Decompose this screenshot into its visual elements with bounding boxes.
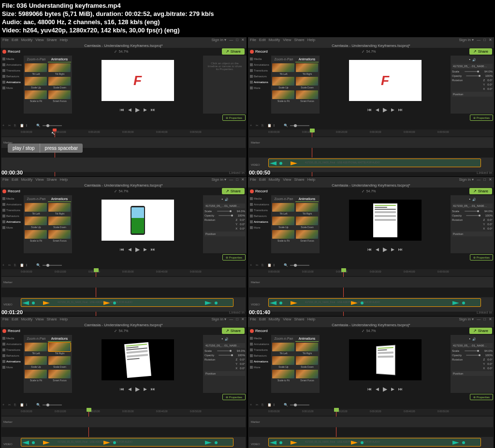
menu-view[interactable]: View	[283, 177, 291, 182]
anim-scale-up[interactable]: Scale Up	[25, 217, 47, 229]
animation-arrow-icon[interactable]	[351, 441, 358, 445]
canvas-content[interactable]	[102, 200, 174, 241]
timeline-ruler[interactable]: 0:00:00;000:00:10;000:00:20;000:00:30;00…	[249, 130, 493, 136]
zoom-out-icon[interactable]: 🔍	[284, 263, 288, 267]
anim-scale-up[interactable]: Scale Up	[272, 356, 295, 369]
menu-modify[interactable]: Modify	[269, 317, 280, 321]
tab-zoom-pan[interactable]: Zoom-n-Pan	[272, 196, 295, 202]
track-marker[interactable]: Marker	[249, 277, 493, 288]
split-icon[interactable]: ⫿	[26, 124, 29, 128]
tab-animations[interactable]: Animations	[295, 196, 319, 202]
menu-view[interactable]: View	[35, 177, 44, 182]
step-fwd-icon[interactable]: ▶	[391, 107, 394, 112]
step-back-icon[interactable]: ◀	[128, 247, 131, 252]
timeline-ruler[interactable]: 0:00:00;000:00:10;000:00:20;000:00:30;00…	[1, 130, 246, 136]
sidebar-item-media[interactable]: Media	[1, 336, 23, 341]
properties-button[interactable]: ⊕ Properties	[222, 115, 246, 121]
minimize-icon[interactable]: —	[229, 177, 233, 182]
animation-arrow-icon[interactable]	[351, 301, 358, 305]
sidebar-item-animations[interactable]: Animations	[1, 80, 23, 85]
menu-modify[interactable]: Modify	[269, 38, 280, 42]
menu-help[interactable]: Help	[307, 177, 315, 182]
close-icon[interactable]: ✕	[241, 177, 245, 182]
step-back-icon[interactable]: ◀	[128, 387, 131, 391]
zoom-out-icon[interactable]: 🔍	[36, 403, 41, 407]
minimize-icon[interactable]: —	[229, 317, 233, 321]
anim-tilt-left[interactable]: Tilt Left	[25, 203, 47, 216]
keyframe-anim-icon[interactable]	[205, 441, 212, 445]
video-tab-icon[interactable]: ▪	[221, 198, 222, 201]
menu-file[interactable]: File	[2, 38, 9, 42]
animation-arrow-icon[interactable]	[43, 301, 50, 305]
keyframe-icon[interactable]	[32, 302, 35, 304]
animation-arrow-icon[interactable]	[43, 441, 50, 445]
prev-frame-icon[interactable]: ⏮	[367, 387, 372, 391]
sidebar-item-behaviors[interactable]: Behaviors	[249, 353, 270, 358]
menu-view[interactable]: View	[283, 317, 291, 321]
maximize-icon[interactable]: □	[236, 38, 238, 42]
record-button[interactable]: Record	[250, 189, 268, 193]
menu-share[interactable]: Share	[46, 177, 57, 182]
canvas[interactable]	[320, 335, 451, 385]
tab-animations[interactable]: Animations	[295, 57, 319, 62]
track-video[interactable]: VIDEO 417150_05_01_NA00_Final - USE ADDI…	[249, 158, 493, 172]
anim-tilt-right[interactable]: Tilt Right	[296, 343, 319, 355]
cut-icon[interactable]: ✂	[8, 124, 12, 128]
track-marker[interactable]: Marker	[1, 277, 246, 288]
play-icon[interactable]: ▶	[383, 106, 387, 113]
opacity-slider[interactable]	[466, 75, 480, 76]
record-button[interactable]: Record	[250, 329, 268, 333]
anim-scale-down[interactable]: Scale Down	[296, 217, 319, 229]
canvas[interactable]: F	[320, 56, 451, 106]
close-icon[interactable]: ✕	[241, 38, 245, 42]
animation-arrow-icon[interactable]	[103, 301, 110, 305]
menu-modify[interactable]: Modify	[269, 177, 280, 182]
anim-scale-up[interactable]: Scale Up	[25, 356, 47, 369]
tab-animations[interactable]: Animations	[48, 57, 71, 62]
scale-slider[interactable]	[217, 211, 232, 212]
close-icon[interactable]: ✕	[489, 177, 492, 182]
sidebar-item-transitions[interactable]: Transitions	[1, 68, 23, 73]
properties-button[interactable]: ⊕ Properties	[470, 254, 493, 260]
anim-scale-down[interactable]: Scale Down	[296, 356, 319, 369]
split-icon[interactable]: ⫿	[273, 263, 277, 267]
step-fwd-icon[interactable]: ▶	[391, 387, 394, 391]
menu-file[interactable]: File	[2, 317, 9, 321]
properties-button[interactable]: ⊕ Properties	[222, 254, 246, 260]
close-icon[interactable]: ✕	[489, 317, 492, 321]
sidebar-item-behaviors[interactable]: Behaviors	[1, 74, 23, 79]
menu-share[interactable]: Share	[46, 317, 57, 321]
anim-tilt-right[interactable]: Tilt Right	[296, 203, 319, 216]
sidebar-item-annotations[interactable]: Annotations	[1, 342, 23, 347]
menu-view[interactable]: View	[35, 38, 44, 42]
sidebar-item-more[interactable]: More	[1, 225, 23, 230]
canvas-content[interactable]	[349, 200, 422, 241]
canvas-zoom[interactable]: ⤢54.7%	[114, 329, 129, 333]
tab-zoom-pan[interactable]: Zoom-n-Pan	[25, 57, 48, 62]
zoom-slider[interactable]	[43, 265, 62, 266]
canvas-content[interactable]	[349, 339, 422, 380]
properties-button[interactable]: ⊕ Properties	[222, 394, 246, 400]
menu-file[interactable]: File	[250, 177, 256, 182]
anim-tilt-left[interactable]: Tilt Left	[25, 63, 47, 76]
menu-file[interactable]: File	[2, 177, 9, 182]
keyframe-icon[interactable]	[279, 441, 282, 444]
anim-smart-focus[interactable]: Smart Focus	[296, 230, 319, 243]
maximize-icon[interactable]: □	[483, 177, 486, 182]
copy-icon[interactable]: ⎘	[262, 124, 265, 128]
cut-icon[interactable]: ✂	[256, 403, 260, 407]
sidebar-item-more[interactable]: More	[249, 86, 270, 90]
share-button[interactable]: ↗ Share	[222, 188, 245, 194]
menu-edit[interactable]: Edit	[259, 177, 266, 182]
minimize-icon[interactable]: —	[477, 177, 480, 182]
add-track-icon[interactable]: +	[2, 124, 6, 128]
zoom-out-icon[interactable]: 🔍	[36, 124, 41, 128]
anim-smart-focus[interactable]: Smart Focus	[296, 90, 319, 103]
sidebar-item-behaviors[interactable]: Behaviors	[249, 74, 270, 79]
scale-slider[interactable]	[217, 350, 232, 351]
track-marker[interactable]: Marker	[249, 137, 493, 148]
signin-link[interactable]: Sign in ▾	[211, 38, 226, 42]
add-track-icon[interactable]: +	[250, 263, 254, 267]
menu-help[interactable]: Help	[60, 177, 68, 182]
record-button[interactable]: Record	[2, 189, 20, 193]
